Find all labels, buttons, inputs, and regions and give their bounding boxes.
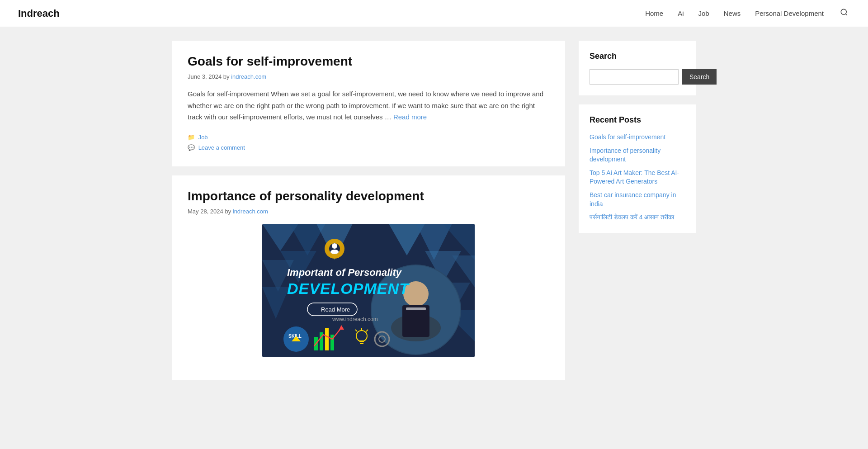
recent-post-item-3: Top 5 Ai Art Maker: The Best AI-Powered … bbox=[590, 169, 685, 186]
post-excerpt-1: Goals for self-improvement When we set a… bbox=[188, 88, 549, 123]
search-submit-button[interactable]: Search bbox=[682, 69, 717, 85]
main-content: Goals for self-improvement June 3, 2024 … bbox=[172, 41, 565, 380]
nav-ai[interactable]: Ai bbox=[678, 9, 684, 17]
svg-text:DEVELOPMENT: DEVELOPMENT bbox=[287, 280, 410, 297]
search-form: Search bbox=[590, 69, 685, 85]
post-title-2: Importance of personality development bbox=[188, 189, 549, 203]
svg-rect-21 bbox=[406, 307, 426, 310]
recent-posts-list: Goals for self-improvement Importance of… bbox=[590, 133, 685, 222]
main-nav: Home Ai Job News Personal Development bbox=[645, 6, 850, 20]
svg-text:www.indreach.com: www.indreach.com bbox=[332, 316, 378, 322]
svg-rect-36 bbox=[325, 328, 329, 350]
search-widget-title: Search bbox=[590, 52, 685, 61]
recent-post-item-2: Importance of personality development bbox=[590, 147, 685, 164]
nav-home[interactable]: Home bbox=[645, 9, 663, 17]
svg-text:Read More: Read More bbox=[321, 306, 350, 313]
post-by-2: by bbox=[225, 208, 232, 215]
nav-news[interactable]: News bbox=[724, 9, 741, 17]
recent-post-item-1: Goals for self-improvement bbox=[590, 133, 685, 142]
read-more-link-1[interactable]: Read more bbox=[393, 113, 427, 121]
nav-personal-development[interactable]: Personal Development bbox=[755, 9, 824, 17]
recent-post-item-5: पर्सनालिटी डेवलप करें 4 आसान तरीका bbox=[590, 213, 685, 222]
post-date-1: June 3, 2024 bbox=[188, 73, 222, 80]
bg-svg: Important of Personality DEVELOPMENT Rea… bbox=[262, 224, 475, 357]
sidebar: Search Search Recent Posts Goals for sel… bbox=[579, 41, 696, 380]
post-footer-1: 📁 Job 💬 Leave a comment bbox=[188, 132, 549, 153]
search-input[interactable] bbox=[590, 69, 679, 85]
post-comment-row: 💬 Leave a comment bbox=[188, 142, 549, 153]
comment-icon: 💬 bbox=[188, 144, 195, 151]
post-card-2: Importance of personality development Ma… bbox=[172, 175, 565, 380]
post-title-1: Goals for self-improvement bbox=[188, 54, 549, 69]
nav-search-icon-button[interactable] bbox=[838, 6, 850, 20]
recent-post-link-2[interactable]: Importance of personality development bbox=[590, 147, 660, 163]
recent-posts-title: Recent Posts bbox=[590, 115, 685, 125]
site-header: Indreach Home Ai Job News Personal Devel… bbox=[0, 0, 868, 27]
post-comment-link[interactable]: Leave a comment bbox=[198, 144, 245, 151]
page-wrapper: Goals for self-improvement June 3, 2024 … bbox=[163, 27, 705, 393]
post-meta-1: June 3, 2024 by indreach.com bbox=[188, 73, 549, 80]
post-card-1: Goals for self-improvement June 3, 2024 … bbox=[172, 41, 565, 166]
post-author-2[interactable]: indreach.com bbox=[233, 208, 268, 215]
category-icon: 📁 bbox=[188, 134, 195, 141]
recent-posts-widget: Recent Posts Goals for self-improvement … bbox=[579, 104, 696, 233]
post-category-row: 📁 Job bbox=[188, 132, 549, 142]
site-logo[interactable]: Indreach bbox=[18, 8, 60, 19]
post-date-2: May 28, 2024 bbox=[188, 208, 223, 215]
svg-text:Important of Personality: Important of Personality bbox=[287, 267, 402, 278]
nav-job[interactable]: Job bbox=[698, 9, 709, 17]
svg-point-0 bbox=[841, 9, 846, 14]
svg-point-24 bbox=[332, 243, 337, 249]
post-category-link[interactable]: Job bbox=[198, 134, 208, 141]
recent-post-item-4: Best car insurance company in india bbox=[590, 191, 685, 208]
post-meta-2: May 28, 2024 by indreach.com bbox=[188, 208, 549, 215]
svg-rect-40 bbox=[359, 340, 364, 342]
recent-post-link-4[interactable]: Best car insurance company in india bbox=[590, 191, 676, 208]
recent-post-link-1[interactable]: Goals for self-improvement bbox=[590, 133, 665, 141]
svg-line-1 bbox=[845, 14, 847, 15]
recent-post-link-3[interactable]: Top 5 Ai Art Maker: The Best AI-Powered … bbox=[590, 169, 679, 185]
recent-post-link-5[interactable]: पर्सनालिटी डेवलप करें 4 आसान तरीका bbox=[590, 213, 674, 221]
personality-image: Important of Personality DEVELOPMENT Rea… bbox=[262, 224, 475, 357]
search-widget: Search Search bbox=[579, 41, 696, 95]
post-by-1: by bbox=[223, 73, 231, 80]
search-icon bbox=[840, 8, 848, 16]
svg-point-25 bbox=[330, 250, 339, 254]
svg-rect-41 bbox=[360, 343, 363, 344]
post-author-1[interactable]: indreach.com bbox=[231, 73, 266, 80]
